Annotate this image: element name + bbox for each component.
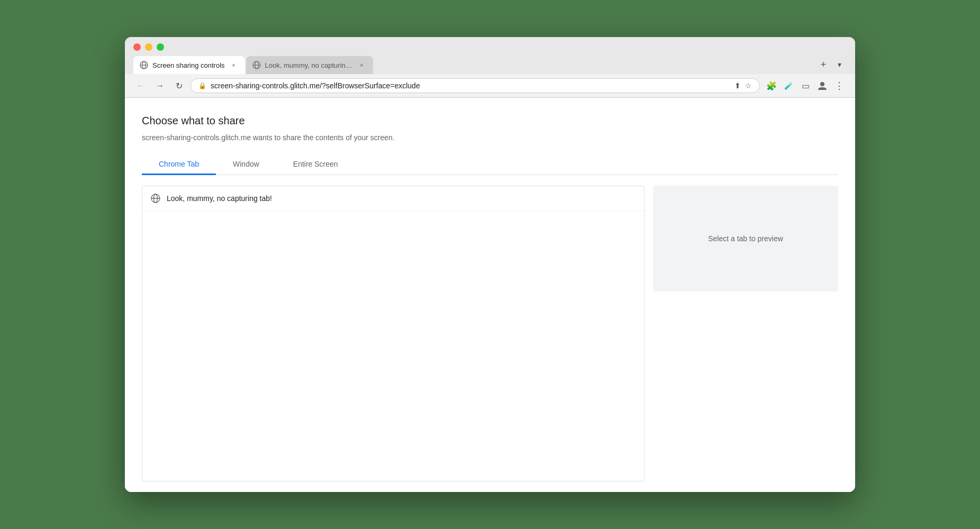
new-tab-button[interactable]: +: [816, 57, 831, 72]
chrome-menu-button[interactable]: ⋮: [832, 78, 847, 93]
share-type-tabs: Chrome Tab Window Entire Screen: [142, 154, 838, 175]
tab-list-button[interactable]: ▾: [832, 57, 847, 72]
tabs-row: Screen sharing controls × Look, mummy, n…: [133, 56, 847, 74]
sidebar-button[interactable]: ▭: [798, 78, 813, 93]
tab-window[interactable]: Window: [216, 154, 276, 175]
tab-list-panel: Look, mummy, no capturing tab!: [142, 186, 645, 481]
share-content: Look, mummy, no capturing tab! Select a …: [142, 175, 838, 492]
lock-icon: 🔒: [198, 82, 206, 89]
tab-chrome-tab[interactable]: Chrome Tab: [142, 154, 216, 175]
toolbar-icons: 🧩 🧪 ▭ ⋮: [764, 78, 847, 93]
tab-entire-screen[interactable]: Entire Screen: [276, 154, 355, 175]
dialog-title: Choose what to share: [142, 115, 838, 127]
bookmark-icon[interactable]: ☆: [745, 81, 752, 90]
close-window-button[interactable]: [133, 43, 141, 51]
tab-item-globe-icon: [151, 194, 160, 203]
title-bar: Screen sharing controls × Look, mummy, n…: [125, 37, 855, 74]
tab1-globe-icon: [140, 61, 148, 69]
url-text: screen-sharing-controls.glitch.me/?selfB…: [211, 81, 730, 90]
back-button[interactable]: ←: [133, 78, 148, 93]
maximize-window-button[interactable]: [157, 43, 164, 51]
preview-panel: Select a tab to preview: [653, 186, 838, 291]
minimize-window-button[interactable]: [145, 43, 152, 51]
tab2-title: Look, mummy, no capturing ta…: [265, 61, 353, 69]
extensions-button[interactable]: 🧩: [764, 78, 779, 93]
tab2-close-button[interactable]: ×: [357, 60, 367, 70]
share-dialog: Choose what to share screen-sharing-cont…: [125, 98, 855, 492]
address-bar[interactable]: 🔒 screen-sharing-controls.glitch.me/?sel…: [190, 78, 760, 93]
page-content: Choose what to share screen-sharing-cont…: [125, 98, 855, 492]
preview-text: Select a tab to preview: [708, 234, 783, 243]
tab-item-title: Look, mummy, no capturing tab!: [167, 194, 272, 203]
list-item[interactable]: Look, mummy, no capturing tab!: [142, 186, 644, 211]
forward-button[interactable]: →: [152, 78, 167, 93]
tab-look-mummy[interactable]: Look, mummy, no capturing ta… ×: [246, 56, 373, 74]
lab-icon-button[interactable]: 🧪: [781, 78, 796, 93]
tab-screen-sharing-controls[interactable]: Screen sharing controls ×: [133, 56, 245, 74]
tab2-globe-icon: [252, 61, 261, 69]
reload-button[interactable]: ↻: [171, 78, 186, 93]
share-page-icon[interactable]: ⬆: [734, 81, 741, 90]
dialog-subtitle: screen-sharing-controls.glitch.me wants …: [142, 133, 838, 142]
address-bar-row: ← → ↻ 🔒 screen-sharing-controls.glitch.m…: [125, 74, 855, 98]
traffic-lights: [133, 43, 847, 51]
tab1-title: Screen sharing controls: [152, 61, 225, 69]
tab1-close-button[interactable]: ×: [229, 60, 239, 70]
profile-icon: [817, 80, 828, 91]
browser-window: Screen sharing controls × Look, mummy, n…: [125, 37, 855, 492]
svg-point-6: [820, 82, 824, 86]
profile-button[interactable]: [815, 78, 830, 93]
